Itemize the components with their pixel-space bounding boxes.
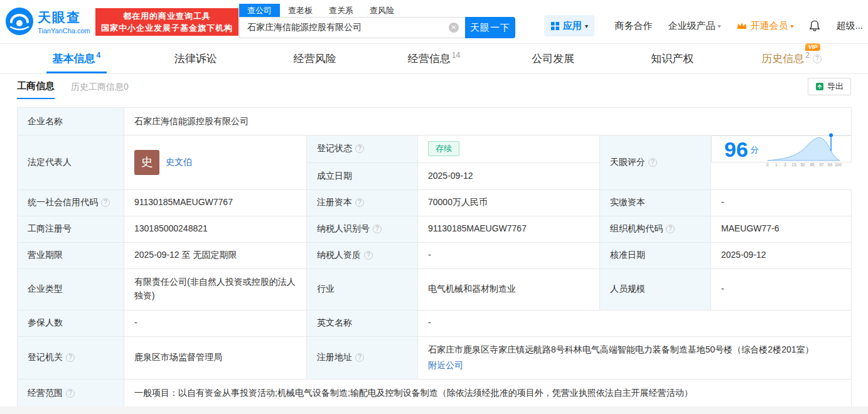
field-value-taxpayer-id: 91130185MAEUGW7767 [418,216,600,242]
field-value-insured-count: - [124,310,307,336]
nav-enterprise-products-label: 企业级产品 [668,20,715,32]
tab-history-info-wrap: 历史信息 VIP [761,51,804,66]
help-icon[interactable] [364,251,373,260]
tianyancha-logo-icon [5,7,34,36]
field-label-business-term: 营业期限 [18,242,124,268]
svg-text:3: 3 [784,162,786,167]
field-label-reg-authority: 登记机关 [18,336,124,379]
subsection-tabs: 工商信息 历史工商信息0 导出 [0,74,868,99]
top-nav: 商务合作 企业级产品 ▾ 开通会员 ▾ 超级... [614,19,863,32]
business-info-table: 企业名称 石家庄海信能源控股有限公司 法定代表人 史 史文伯 登记状态 存续 天… [17,107,852,408]
search-tab-risk[interactable]: 查风险 [362,4,402,17]
tab-company-development[interactable]: 公司发展 [493,44,613,73]
slogan-badge: 都在用的商业查询工具 国家中小企业发展子基金旗下机构 [95,8,238,36]
brand-text: 天眼查 TianYanCha.com [38,9,90,34]
field-value-english-name: - [418,310,852,336]
row-reg-authority: 登记机关 鹿泉区市场监督管理局 注册地址 石家庄市鹿泉区寺家庄镇远航路8号科林电… [18,336,852,379]
export-button-label: 导出 [827,81,844,92]
field-value-paid-capital: - [711,189,852,216]
nav-enterprise-products[interactable]: 企业级产品 ▾ [668,20,721,32]
status-badge: 存续 [428,141,459,156]
field-value-reg-authority: 鹿泉区市场监督管理局 [124,336,307,379]
tab-operation-info-label: 经营信息 [408,51,451,66]
slogan-line1: 都在用的商业查询工具 [101,10,233,22]
field-label-score: 天眼评分 [600,135,711,190]
subtab-history-business-info[interactable]: 历史工商信息0 [71,82,129,99]
search-tab-company[interactable]: 查公司 [239,4,280,17]
row-legal-rep: 法定代表人 史 史文伯 登记状态 存续 天眼评分 96 分 [18,135,852,163]
field-label-taxpayer-id: 纳税人识别号 [307,216,418,242]
help-icon[interactable] [101,198,110,207]
legal-rep-avatar[interactable]: 史 [134,150,159,175]
field-label-credit-code: 统一社会信用代码 [18,189,124,216]
legal-rep-name-link[interactable]: 史文伯 [166,156,192,169]
field-label-est-date: 成立日期 [307,162,418,189]
field-label-org-code: 组织机构代码 [600,216,711,242]
help-icon[interactable] [648,158,657,167]
field-value-company-type: 有限责任公司(非自然人投资或控股的法人独资) [124,268,307,310]
search-input-wrap: ✕ [239,17,465,38]
chevron-down-icon: ▾ [585,23,588,29]
search-button[interactable]: 天眼一下 [465,17,515,38]
row-company-type: 企业类型 有限责任公司(非自然人投资或控股的法人独资) 行业 电气机械和器材制造… [18,268,852,310]
apps-menu[interactable]: 应用 ▾ [544,15,594,36]
field-value-reg-address: 石家庄市鹿泉区寺家庄镇远航路8号科林电气高端智能电力装备制造基地50号楼（综合楼… [418,336,852,379]
field-value-legal-rep: 史 史文伯 [124,135,307,190]
search-tab-relation[interactable]: 查关系 [321,4,362,17]
field-label-approval-date: 核准日期 [600,242,711,268]
svg-text:97: 97 [819,162,824,167]
svg-text:0: 0 [766,162,769,167]
tab-intellectual-property[interactable]: 知识产权 [613,44,732,73]
vip-badge: VIP [805,43,821,51]
field-value-industry: 电气机械和器材制造业 [418,268,600,310]
field-label-industry: 行业 [307,268,418,310]
field-label-reg-address: 注册地址 [307,336,418,379]
score-unit: 分 [751,144,759,156]
tab-operation-risk[interactable]: 经营风险 [255,44,375,73]
tab-legal-proceedings[interactable]: 法律诉讼 [136,44,255,73]
chevron-down-icon: ▾ [790,23,793,29]
tab-company-development-label: 公司发展 [532,51,574,66]
help-icon[interactable] [373,225,382,233]
help-icon[interactable] [66,353,75,362]
tab-basic-info-count: 4 [97,51,101,60]
help-icon[interactable] [66,389,75,398]
tab-operation-risk-label: 经营风险 [294,51,336,66]
export-button[interactable]: 导出 [808,78,851,95]
field-value-business-term: 2025-09-12 至 无固定期限 [124,242,307,268]
nav-open-membership[interactable]: 开通会员 ▾ [736,20,793,32]
tab-operation-info[interactable]: 经营信息14 [375,44,494,73]
tianyancha-company-page: 天眼查 TianYanCha.com 都在用的商业查询工具 国家中小企业发展子基… [0,0,868,414]
nearby-companies-link[interactable]: 附近公司 [428,360,463,370]
footer-strip [0,406,868,414]
nav-super-vip[interactable]: 超级... [836,20,863,32]
subtab-business-info[interactable]: 工商信息 [17,80,55,99]
row-insured-count: 参保人数 - 英文名称 - [18,310,852,336]
apps-grid-icon [550,21,560,31]
help-icon[interactable] [355,353,364,362]
svg-text:50: 50 [800,162,805,167]
row-business-term: 营业期限 2025-09-12 至 无固定期限 纳税人资质 - 核准日期 202… [18,242,852,268]
field-label-taxpayer-quality: 纳税人资质 [307,242,418,268]
row-company-name: 企业名称 石家庄海信能源控股有限公司 [18,108,852,135]
field-value-reg-status: 存续 [418,135,600,163]
field-label-reg-capital: 注册资本 [307,189,418,216]
tab-basic-info[interactable]: 基本信息4 [17,44,136,73]
notification-bell[interactable] [809,19,820,32]
tab-operation-info-count: 14 [452,51,460,60]
clear-search-icon[interactable]: ✕ [449,23,459,33]
tab-history-info[interactable]: 历史信息 VIP 2 [732,44,851,73]
field-value-staff-size: - [711,268,852,310]
help-icon[interactable] [813,55,822,63]
help-icon[interactable] [355,144,364,153]
field-label-insured-count: 参保人数 [18,310,124,336]
nav-business-cooperation[interactable]: 商务合作 [614,20,652,32]
tianyancha-logo[interactable]: 天眼查 TianYanCha.com [5,7,90,36]
search-input[interactable] [239,17,465,38]
help-icon[interactable] [355,198,364,207]
search-tab-boss[interactable]: 查老板 [280,4,321,17]
search-area: 查公司 查老板 查关系 查风险 ✕ 天眼一下 [239,4,515,38]
help-icon[interactable] [666,225,675,233]
bell-icon [809,19,820,32]
field-value-company-name: 石家庄海信能源控股有限公司 [124,108,852,135]
